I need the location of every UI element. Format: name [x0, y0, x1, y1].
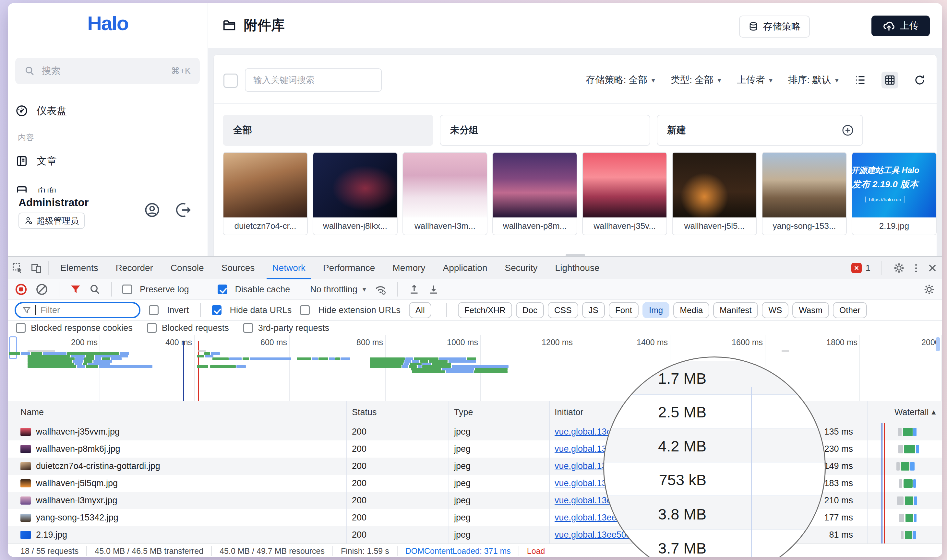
- request-name[interactable]: wallhaven-p8mk6j.jpg: [36, 440, 120, 458]
- filter-chip[interactable]: JS: [582, 302, 605, 318]
- sidebar-item-dashboard[interactable]: 仪表盘: [15, 100, 197, 121]
- filter-dropdown[interactable]: 类型: 全部 ▾: [671, 74, 721, 86]
- filter-chip[interactable]: Other: [833, 302, 867, 318]
- filter-chip[interactable]: Wasm: [792, 302, 829, 318]
- group-tab[interactable]: 未分组: [440, 115, 650, 146]
- filter-dropdown[interactable]: 排序: 默认 ▾: [788, 74, 839, 86]
- filter-dropdown[interactable]: 存储策略: 全部 ▾: [586, 74, 655, 86]
- hide-extension-urls-checkbox[interactable]: [300, 305, 310, 315]
- attachment-item[interactable]: wallhaven-l3m...: [403, 152, 487, 235]
- import-har-icon[interactable]: [408, 283, 420, 295]
- filter-funnel-icon[interactable]: [70, 283, 82, 295]
- settings-gear-icon[interactable]: [893, 262, 905, 274]
- list-view-icon[interactable]: [854, 74, 866, 86]
- group-tab[interactable]: 新建: [657, 115, 863, 146]
- group-tab[interactable]: 全部: [223, 115, 433, 146]
- blocked-filter-checkbox[interactable]: [243, 323, 253, 333]
- attachments-card: 输入关键词搜索 存储策略: 全部 ▾: [213, 54, 937, 269]
- upload-button[interactable]: 上传: [871, 15, 930, 36]
- timeline-scroll-pill[interactable]: [936, 337, 940, 351]
- devtools-tab[interactable]: Performance: [314, 257, 384, 279]
- blocked-filter-checkbox[interactable]: [147, 323, 157, 333]
- attachment-item[interactable]: wallhaven-p8m...: [492, 152, 577, 235]
- column-header[interactable]: Status: [352, 401, 377, 423]
- attachment-item[interactable]: yang-song-153...: [762, 152, 847, 235]
- devtools-tab[interactable]: Console: [162, 257, 213, 279]
- devtools-tab[interactable]: Network: [263, 257, 314, 279]
- devtools-tab[interactable]: Recorder: [107, 257, 162, 279]
- search-shortcut: ⌘+K: [171, 66, 191, 76]
- devtools-tab[interactable]: Application: [434, 257, 496, 279]
- request-name[interactable]: 2.19.jpg: [36, 526, 67, 543]
- inspect-element-icon[interactable]: [8, 257, 27, 279]
- blocked-filter[interactable]: Blocked response cookies: [16, 323, 133, 333]
- blocked-filter[interactable]: Blocked requests: [147, 323, 229, 333]
- keyword-search-input[interactable]: 输入关键词搜索: [245, 68, 382, 92]
- sidebar: Halo 搜索 ⌘+K 仪表盘 内容 文章: [8, 3, 208, 256]
- search-input[interactable]: 搜索 ⌘+K: [15, 58, 200, 84]
- filter-chip[interactable]: Img: [642, 302, 669, 318]
- filter-dropdown[interactable]: 上传者 ▾: [737, 74, 773, 86]
- chevron-down-icon: ▾: [835, 76, 839, 85]
- attachment-item[interactable]: wallhaven-j8lkx...: [313, 152, 398, 235]
- network-conditions-icon[interactable]: [374, 283, 387, 296]
- request-name[interactable]: wallhaven-j35vvm.jpg: [36, 423, 120, 440]
- sidebar-item-posts[interactable]: 文章: [15, 151, 197, 171]
- attachment-item[interactable]: duietczn7o4-cr...: [223, 152, 308, 235]
- request-name[interactable]: yang-song-15342.jpg: [36, 509, 119, 526]
- error-badge-icon[interactable]: [851, 263, 862, 273]
- column-header[interactable]: Waterfall: [895, 401, 929, 423]
- filter-chip-all[interactable]: All: [409, 302, 431, 318]
- device-toolbar-icon[interactable]: [27, 257, 46, 279]
- timeline-range-handle[interactable]: [9, 336, 17, 359]
- banner-line2: 发布 2.19.0 版本: [845, 178, 925, 191]
- magnified-size-value: 3.8 MB: [604, 505, 706, 523]
- column-header[interactable]: Name: [20, 401, 44, 423]
- column-header[interactable]: Type: [454, 401, 473, 423]
- filter-chip-label: Font: [615, 305, 632, 315]
- hide-data-urls-checkbox[interactable]: [212, 305, 222, 315]
- column-header[interactable]: Initiator: [555, 401, 583, 423]
- close-icon[interactable]: [927, 263, 938, 273]
- network-overview-timeline[interactable]: 200 ms400 ms600 ms800 ms1000 ms1200 ms14…: [8, 335, 942, 402]
- filter-chip[interactable]: Doc: [516, 302, 544, 318]
- filter-chip[interactable]: Manifest: [713, 302, 758, 318]
- filter-chip[interactable]: Fetch/XHR: [458, 302, 512, 318]
- logout-icon[interactable]: [175, 202, 192, 218]
- blocked-filter[interactable]: 3rd-party requests: [243, 323, 329, 333]
- profile-icon[interactable]: [143, 202, 160, 218]
- network-settings-gear-icon[interactable]: [923, 283, 935, 295]
- filter-chip[interactable]: Font: [609, 302, 639, 318]
- disable-cache-checkbox[interactable]: [217, 285, 227, 294]
- grid-view-icon[interactable]: [882, 72, 898, 88]
- devtools-tab[interactable]: Sources: [213, 257, 264, 279]
- filter-chip[interactable]: Media: [673, 302, 709, 318]
- devtools-tab[interactable]: Memory: [384, 257, 434, 279]
- attachment-image: [313, 152, 397, 217]
- kebab-menu-icon[interactable]: [913, 264, 919, 272]
- plus-circle-icon[interactable]: [842, 124, 854, 137]
- storage-policy-button[interactable]: 存储策略: [739, 15, 810, 38]
- record-icon[interactable]: [15, 283, 28, 296]
- network-search-icon[interactable]: [89, 283, 101, 295]
- select-all-checkbox[interactable]: [224, 74, 238, 88]
- attachment-item[interactable]: wallhaven-j35v...: [582, 152, 667, 235]
- invert-checkbox[interactable]: [149, 305, 159, 315]
- devtools-tab[interactable]: Lighthouse: [546, 257, 608, 279]
- filter-chip[interactable]: WS: [762, 302, 788, 318]
- network-filter-input[interactable]: Filter: [15, 302, 140, 318]
- devtools-tab[interactable]: Elements: [52, 257, 107, 279]
- devtools-tab[interactable]: Security: [496, 257, 546, 279]
- request-name[interactable]: wallhaven-l3myxr.jpg: [36, 492, 117, 509]
- request-name[interactable]: wallhaven-j5l5qm.jpg: [36, 475, 118, 492]
- export-har-icon[interactable]: [428, 283, 440, 295]
- clear-icon[interactable]: [35, 283, 48, 296]
- filter-chip[interactable]: CSS: [548, 302, 578, 318]
- throttling-select[interactable]: No throttling ▾: [310, 285, 366, 295]
- preserve-log-checkbox[interactable]: [122, 285, 132, 294]
- refresh-icon[interactable]: [914, 74, 925, 86]
- attachment-item[interactable]: wallhaven-j5l5...: [672, 152, 757, 235]
- request-name[interactable]: duietczn7o4-cristina-gottardi.jpg: [36, 458, 160, 475]
- sort-arrow-icon[interactable]: ▲: [930, 401, 937, 423]
- blocked-filter-checkbox[interactable]: [16, 323, 26, 333]
